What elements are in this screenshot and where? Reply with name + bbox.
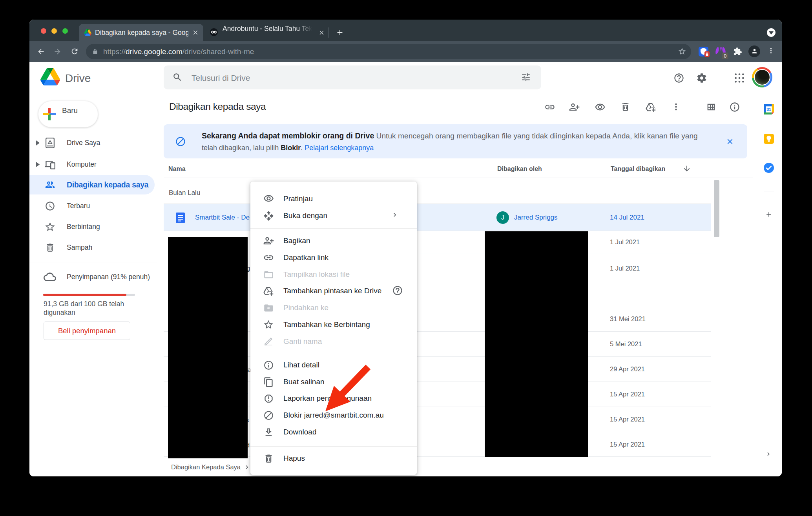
svg-text:31: 31 — [766, 107, 771, 112]
